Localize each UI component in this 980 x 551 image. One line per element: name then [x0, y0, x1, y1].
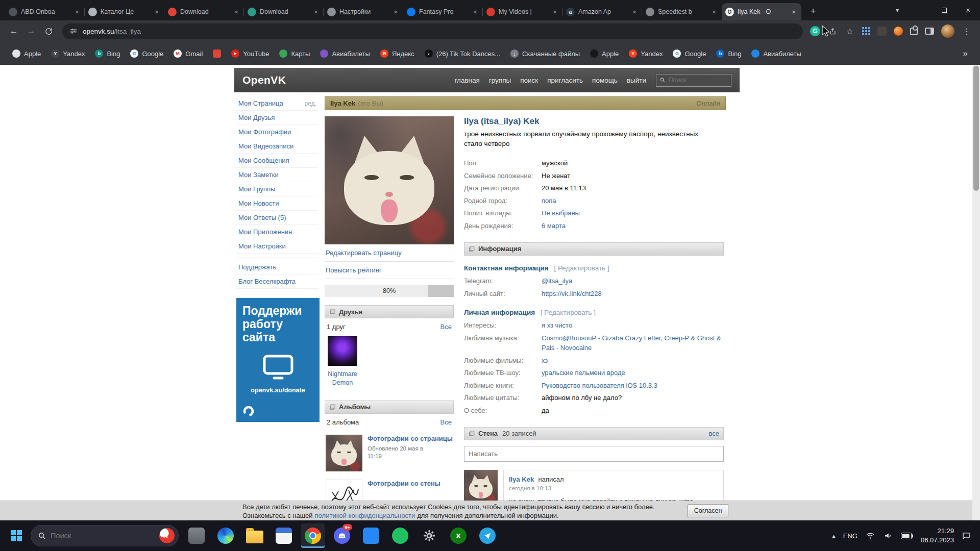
- profile-photo[interactable]: [325, 116, 454, 244]
- hometown-link[interactable]: попа: [542, 196, 556, 206]
- sidebar-item-my-page[interactable]: Моя Страница ред.: [236, 96, 318, 111]
- bookmark-apple[interactable]: Apple: [8, 47, 45, 60]
- bookmark-yandex[interactable]: YYandex: [47, 47, 89, 60]
- bookmark-google-2[interactable]: GGoogle: [669, 47, 710, 60]
- movies-link[interactable]: хз: [542, 356, 548, 366]
- boost-rating-link[interactable]: Повысить рейтинг: [325, 262, 454, 279]
- telegram-link[interactable]: @itsa_ilya: [542, 276, 572, 286]
- volume-icon[interactable]: [883, 531, 893, 540]
- taskbar-search[interactable]: Y: [31, 525, 179, 546]
- bookmark-google[interactable]: GGoogle: [126, 47, 167, 60]
- taskbar-clock[interactable]: 21:29 06.07.2023: [921, 527, 954, 544]
- tab-download-2[interactable]: Download ×: [244, 3, 324, 20]
- sidebar-item-my-groups[interactable]: Мои Группы: [236, 182, 318, 196]
- tab-my-videos[interactable]: My Videos | ×: [483, 3, 562, 20]
- bookmark-aviabilety-2[interactable]: Авиабилеты: [747, 47, 805, 60]
- reload-button[interactable]: [40, 22, 57, 40]
- sidebar-item-my-answers[interactable]: Мои Ответы (5): [236, 211, 318, 225]
- bookmark-maps[interactable]: Карты: [275, 47, 314, 60]
- sidebar-item-my-photos[interactable]: Мои Фотографии: [236, 125, 318, 139]
- cookie-accept-button[interactable]: Согласен: [688, 504, 728, 517]
- nav-link-search[interactable]: поиск: [516, 73, 543, 87]
- tab-close-icon[interactable]: ×: [312, 8, 320, 16]
- donate-banner[interactable]: Поддержи работу сайта openvk.su/donate: [236, 298, 320, 422]
- friend-name[interactable]: Nightmare Demon: [324, 370, 361, 387]
- friend-avatar[interactable]: [328, 336, 357, 366]
- browser-menu-icon[interactable]: ⋮: [962, 26, 972, 36]
- sidebar-item-my-apps[interactable]: Мои Приложения: [236, 225, 318, 239]
- sidebar-item-support[interactable]: Поддержать: [236, 260, 318, 274]
- sidebar-item-my-messages[interactable]: Мои Сообщения: [236, 154, 318, 168]
- taskbar-app-telegram[interactable]: [476, 523, 499, 548]
- bookmark-youtube[interactable]: ▶YouTube: [227, 47, 273, 60]
- site-info-icon[interactable]: [69, 27, 78, 35]
- sidebar-item-blog[interactable]: Блог Веселкрафта: [236, 274, 318, 289]
- tab-close-icon[interactable]: ×: [232, 8, 240, 16]
- taskbar-app-xbox[interactable]: x: [447, 523, 470, 548]
- extensions-puzzle-icon[interactable]: [910, 28, 918, 35]
- sidebar-edit-hint[interactable]: ред.: [305, 100, 316, 107]
- profile-status[interactable]: трое неизвестных порвали случайному прох…: [464, 130, 709, 149]
- nav-link-help[interactable]: помощь: [587, 73, 622, 87]
- birthday-link[interactable]: 6 марта: [542, 221, 566, 231]
- page-scrollbar[interactable]: [972, 65, 980, 520]
- sidebar-item-my-news[interactable]: Мои Новости: [236, 196, 318, 211]
- post-author-link[interactable]: Ilya Kek: [509, 475, 534, 483]
- language-indicator[interactable]: ENG: [843, 532, 857, 540]
- post-author-avatar[interactable]: [464, 470, 498, 504]
- album-title[interactable]: Фотографии со страницы: [368, 435, 453, 443]
- taskbar-app-edge[interactable]: [214, 523, 237, 548]
- bookmark-apple-2[interactable]: Apple: [586, 47, 623, 60]
- tvshows-link[interactable]: уральские пельмени вроде: [542, 368, 625, 378]
- tab-search-chevron-icon[interactable]: ▾: [887, 0, 908, 20]
- wall-all-link[interactable]: все: [709, 430, 720, 437]
- tab-close-icon[interactable]: ×: [790, 8, 798, 16]
- side-panel-icon[interactable]: [925, 28, 934, 35]
- bookmark-unnamed-red[interactable]: [209, 47, 225, 60]
- taskbar-app-blue[interactable]: [359, 523, 383, 548]
- personal-edit-link[interactable]: [ Редактировать ]: [541, 309, 596, 316]
- wall-composer-input[interactable]: [464, 446, 724, 462]
- friend-item[interactable]: Nightmare Demon: [325, 335, 454, 392]
- yandex-widget-icon[interactable]: Y: [159, 528, 175, 543]
- taskbar-app-gray[interactable]: [185, 523, 208, 548]
- dark-extension-icon[interactable]: [877, 27, 887, 36]
- tab-close-icon[interactable]: ×: [153, 8, 161, 16]
- tab-close-icon[interactable]: ×: [471, 8, 479, 16]
- tab-close-icon[interactable]: ×: [73, 8, 81, 16]
- taskbar-app-chrome[interactable]: [301, 523, 325, 548]
- nav-link-invite[interactable]: пригласить: [543, 73, 587, 87]
- address-bar[interactable]: openvk.su/itsa_ilya: [62, 23, 803, 39]
- taskbar-app-green[interactable]: [388, 523, 412, 548]
- battery-icon[interactable]: [901, 533, 913, 539]
- sidebar-item-my-friends[interactable]: Мои Друзья: [236, 111, 318, 125]
- taskbar-app-discord[interactable]: 9+: [330, 523, 354, 548]
- interests-link[interactable]: я хз чисто: [542, 320, 572, 331]
- notification-center-icon[interactable]: [962, 531, 971, 540]
- tab-speedtest[interactable]: Speedtest b ×: [642, 3, 722, 20]
- bookmark-bing-2[interactable]: bBing: [712, 47, 745, 60]
- tray-chevron-icon[interactable]: ▴: [832, 532, 836, 540]
- bookmark-aviabilety-1[interactable]: Авиабилеты: [316, 47, 374, 60]
- back-button[interactable]: ←: [5, 22, 22, 40]
- taskbar-search-input[interactable]: [51, 532, 155, 540]
- openvk-logo[interactable]: OpenVK: [242, 74, 286, 86]
- bookmark-tiktok-dances[interactable]: ♪(26) Tik Tok Dances...: [421, 47, 504, 60]
- albums-all-link[interactable]: Все: [440, 418, 452, 426]
- personal-site-link[interactable]: https://vk.link/cht228: [542, 289, 602, 299]
- tab-close-icon[interactable]: ×: [630, 8, 639, 16]
- sidebar-item-my-settings[interactable]: Мои Настройки: [236, 239, 318, 254]
- bookmark-star-icon[interactable]: ☆: [845, 26, 855, 36]
- taskbar-app-calculator[interactable]: [272, 523, 296, 548]
- tab-openvk-active[interactable]: O Ilya Kek - O ×: [722, 3, 801, 20]
- nav-link-home[interactable]: главная: [450, 73, 484, 87]
- apps-grid-extension-icon[interactable]: [862, 27, 870, 35]
- post-date[interactable]: сегодня в 10:13: [509, 485, 718, 491]
- tab-abd-onboarding[interactable]: ABD Onboa ×: [5, 3, 85, 20]
- tab-catalog[interactable]: Каталог Це ×: [85, 3, 164, 20]
- contact-edit-link[interactable]: [ Редактировать ]: [554, 264, 609, 272]
- nav-link-logout[interactable]: выйти: [622, 73, 651, 87]
- window-close-button[interactable]: ×: [956, 0, 980, 20]
- sidebar-item-my-videos[interactable]: Мои Видеозаписи: [236, 139, 318, 154]
- tab-fantasy[interactable]: Fantasy Pro ×: [403, 3, 483, 20]
